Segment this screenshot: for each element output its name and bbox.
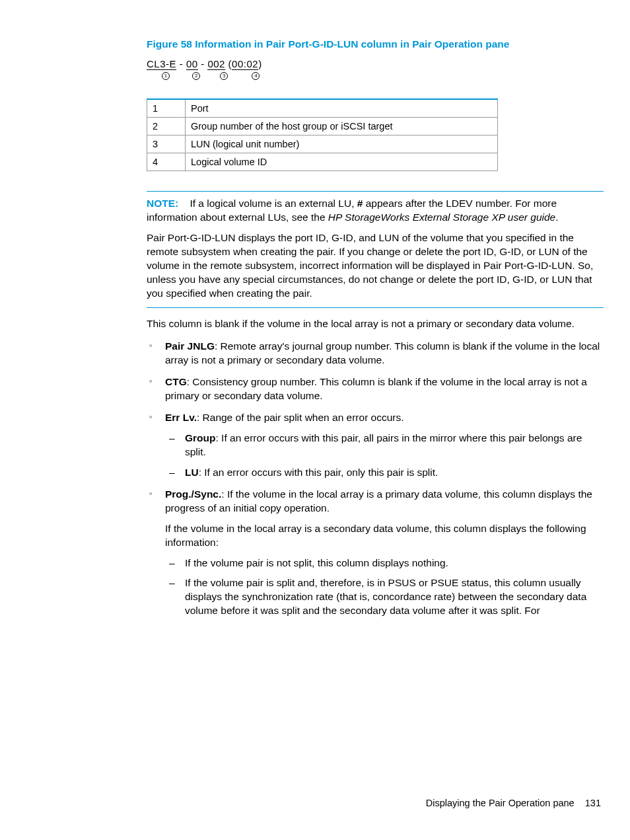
- subterm-lu: LU: [185, 467, 199, 478]
- callout-1: 1: [162, 72, 170, 80]
- diagram-callouts: 1 2 3 4: [147, 71, 604, 80]
- figure-diagram: CL3-E - 00 - 002 (00:02) 1 2 3 4: [147, 58, 604, 80]
- note-block: NOTE: If a logical volume is an external…: [147, 197, 604, 225]
- blank-paragraph: This column is blank if the volume in th…: [147, 317, 604, 331]
- prog-secondary-para: If the volume in the local array is a se…: [165, 522, 604, 550]
- warning-paragraph: Pair Port-G-ID-LUN displays the port ID,…: [147, 231, 604, 301]
- term-ctg: CTG: [165, 376, 187, 387]
- legend-num: 3: [147, 135, 186, 153]
- list-item: CTG: Consistency group number. This colu…: [147, 375, 604, 403]
- definition-list: Pair JNLG: Remote array's journal group …: [147, 340, 604, 618]
- list-item: Err Lv.: Range of the pair split when an…: [147, 411, 604, 480]
- term-err-lv-text: : Range of the pair split when an error …: [197, 412, 404, 423]
- table-row: 1 Port: [147, 99, 498, 118]
- legend-num: 4: [147, 153, 186, 171]
- diagram-example-string: CL3-E - 00 - 002 (00:02): [147, 58, 604, 70]
- legend-desc: Port: [186, 99, 498, 118]
- table-row: 2 Group number of the host group or iSCS…: [147, 118, 498, 135]
- diagram-seg-group: 00: [186, 58, 198, 70]
- note-label: NOTE:: [147, 198, 178, 209]
- divider: [147, 307, 604, 308]
- list-item: Group: If an error occurs with this pair…: [165, 432, 604, 459]
- list-item: If the volume pair is not split, this co…: [165, 556, 604, 570]
- list-item: Pair JNLG: Remote array's journal group …: [147, 340, 604, 367]
- subterm-group: Group: [185, 432, 216, 443]
- page-footer: Displaying the Pair Operation pane 131: [426, 798, 601, 808]
- err-sublist: Group: If an error occurs with this pair…: [165, 432, 604, 480]
- term-pair-jnlg: Pair JNLG: [165, 340, 215, 352]
- table-row: 3 LUN (logical unit number): [147, 135, 498, 153]
- diagram-seg-port: CL3-E: [147, 58, 176, 70]
- diagram-seg-volid: 00:02: [232, 58, 258, 70]
- term-prog-sync-text: : If the volume in the local array is a …: [165, 488, 592, 514]
- list-item: If the volume pair is split and, therefo…: [165, 576, 604, 618]
- prog-sublist: If the volume pair is not split, this co…: [165, 556, 604, 619]
- subterm-group-text: : If an error occurs with this pair, all…: [185, 432, 582, 457]
- term-err-lv: Err Lv.: [165, 412, 197, 423]
- note-italic-title: HP StorageWorks External Storage XP user…: [328, 211, 555, 223]
- list-item: LU: If an error occurs with this pair, o…: [165, 466, 604, 480]
- term-pair-jnlg-text: : Remote array's journal group number. T…: [165, 340, 600, 365]
- document-page: Figure 58 Information in Pair Port-G-ID-…: [0, 0, 630, 840]
- figure-title: Figure 58 Information in Pair Port-G-ID-…: [147, 38, 604, 50]
- callout-4: 4: [252, 72, 260, 80]
- legend-num: 1: [147, 99, 186, 118]
- legend-desc: Group number of the host group or iSCSI …: [186, 118, 498, 135]
- footer-page-number: 131: [585, 798, 601, 808]
- note-text-a: If a logical volume is an external LU,: [190, 198, 357, 209]
- legend-desc: LUN (logical unit number): [186, 135, 498, 153]
- footer-section: Displaying the Pair Operation pane: [426, 798, 575, 808]
- legend-num: 2: [147, 118, 186, 135]
- callout-2: 2: [192, 72, 200, 80]
- legend-table: 1 Port 2 Group number of the host group …: [147, 98, 498, 171]
- divider: [147, 191, 604, 192]
- callout-3: 3: [220, 72, 228, 80]
- legend-desc: Logical volume ID: [186, 153, 498, 171]
- diagram-seg-lun: 002: [207, 58, 225, 70]
- list-item: Prog./Sync.: If the volume in the local …: [147, 488, 604, 618]
- table-row: 4 Logical volume ID: [147, 153, 498, 171]
- note-period: .: [555, 211, 558, 223]
- subterm-lu-text: : If an error occurs with this pair, onl…: [199, 467, 438, 478]
- term-ctg-text: : Consistency group number. This column …: [165, 376, 587, 401]
- term-prog-sync: Prog./Sync.: [165, 488, 221, 500]
